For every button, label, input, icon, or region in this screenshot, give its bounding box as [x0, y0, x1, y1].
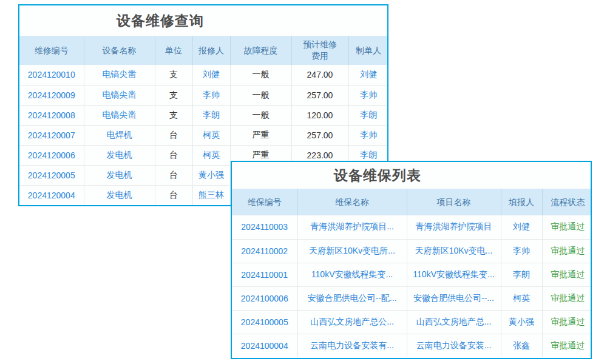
col-header-device: 设备名称 — [84, 36, 155, 65]
table-row: 2024100004 云南电力设备安装有... 云南电力设备安装... 张鑫 审… — [232, 334, 592, 357]
cell-device[interactable]: 电镐尖凿 — [84, 85, 155, 105]
col-header-maint-no: 维保编号 — [232, 189, 297, 215]
status-badge: 审批通过 — [542, 239, 592, 263]
cell-unit: 台 — [155, 125, 192, 145]
col-header-repair-no: 维修编号 — [19, 36, 84, 65]
status-badge: 审批通过 — [542, 286, 592, 310]
cell-maint-name[interactable]: 安徽合肥供电公司--配... — [297, 286, 407, 310]
cell-maint-name[interactable]: 山西弘文房地产总公... — [297, 310, 407, 334]
cell-creator[interactable]: 李帅 — [348, 125, 388, 145]
cell-cost: 257.00 — [291, 85, 348, 105]
col-header-reporter: 报修人 — [192, 36, 230, 65]
cell-device[interactable]: 电镐尖凿 — [84, 65, 155, 85]
cell-maint-name[interactable]: 云南电力设备安装有... — [297, 334, 407, 357]
table-row: 2024120007 电焊机 台 柯英 严重 257.00 李帅 — [19, 125, 388, 145]
cell-cost: 257.00 — [291, 125, 348, 145]
table-row: 2024120008 电镐尖凿 支 李朗 一般 120.00 李朗 — [19, 105, 388, 125]
cell-reporter[interactable]: 柯英 — [192, 125, 230, 145]
cell-filler[interactable]: 黄小强 — [501, 310, 542, 334]
col-header-cost: 预计维修 费用 — [291, 36, 348, 65]
cell-filler[interactable]: 刘健 — [501, 215, 542, 239]
cell-reporter[interactable]: 熊三林 — [192, 185, 230, 205]
table-row: 2024120009 电镐尖凿 支 李帅 一般 257.00 李帅 — [19, 85, 388, 105]
col-header-creator: 制单人 — [348, 36, 388, 65]
cell-device[interactable]: 发电机 — [84, 165, 155, 185]
cell-project-name[interactable]: 青海洪湖养护院项目 — [407, 215, 501, 239]
repair-panel-title: 设备维修查询 — [19, 5, 387, 36]
table-row: 2024100006 安徽合肥供电公司--配... 安徽合肥供电公司--... … — [232, 286, 592, 310]
maintenance-table: 维保编号 维保名称 项目名称 填报人 流程状态 2024110003 青海洪湖养… — [232, 189, 592, 357]
cell-severity: 一般 — [230, 85, 291, 105]
cell-maint-name[interactable]: 青海洪湖养护院项目... — [297, 215, 407, 239]
cell-severity: 一般 — [230, 105, 291, 125]
maintenance-header-row: 维保编号 维保名称 项目名称 填报人 流程状态 — [232, 189, 592, 215]
table-row: 2024110002 天府新区10Kv变电所... 天府新区10Kv变电... … — [232, 239, 592, 263]
cell-filler[interactable]: 李朗 — [501, 263, 542, 286]
cell-project-name[interactable]: 110kV安徽线程集变... — [407, 263, 501, 286]
cell-repair-no[interactable]: 2024120008 — [19, 105, 84, 125]
cell-repair-no[interactable]: 2024120007 — [19, 125, 84, 145]
cell-unit: 台 — [155, 165, 192, 185]
repair-header-row: 维修编号 设备名称 单位 报修人 故障程度 预计维修 费用 制单人 — [19, 36, 388, 65]
cell-repair-no[interactable]: 2024120006 — [19, 145, 84, 165]
cell-unit: 支 — [155, 105, 192, 125]
cell-unit: 台 — [155, 185, 192, 205]
cell-unit: 台 — [155, 145, 192, 165]
cell-cost: 120.00 — [291, 105, 348, 125]
cell-maint-no[interactable]: 2024100005 — [232, 310, 297, 334]
table-row: 2024110003 青海洪湖养护院项目... 青海洪湖养护院项目 刘健 审批通… — [232, 215, 592, 239]
status-badge: 审批通过 — [542, 334, 592, 357]
table-row: 2024100005 山西弘文房地产总公... 山西弘文房地产总... 黄小强 … — [232, 310, 592, 334]
cell-cost: 247.00 — [291, 65, 348, 85]
col-header-project-name: 项目名称 — [407, 189, 501, 215]
cell-severity: 严重 — [230, 125, 291, 145]
cell-device[interactable]: 发电机 — [84, 185, 155, 205]
maintenance-list-panel: 设备维保列表 维保编号 维保名称 项目名称 填报人 流程状态 202411000… — [231, 161, 592, 359]
cell-unit: 支 — [155, 85, 192, 105]
col-header-status: 流程状态 — [542, 189, 592, 215]
cell-severity: 一般 — [230, 65, 291, 85]
cell-filler[interactable]: 张鑫 — [501, 334, 542, 357]
cell-reporter[interactable]: 黄小强 — [192, 165, 230, 185]
cell-maint-no[interactable]: 2024110003 — [232, 215, 297, 239]
cell-filler[interactable]: 柯英 — [501, 286, 542, 310]
cell-creator[interactable]: 刘健 — [348, 65, 388, 85]
cell-project-name[interactable]: 云南电力设备安装... — [407, 334, 501, 357]
cell-project-name[interactable]: 天府新区10Kv变电... — [407, 239, 501, 263]
table-row: 2024110001 110kV安徽线程集变... 110kV安徽线程集变...… — [232, 263, 592, 286]
maintenance-panel-title: 设备维保列表 — [232, 162, 591, 189]
cell-reporter[interactable]: 李帅 — [192, 85, 230, 105]
col-header-filler: 填报人 — [501, 189, 542, 215]
cell-reporter[interactable]: 柯英 — [192, 145, 230, 165]
cell-repair-no[interactable]: 2024120005 — [19, 165, 84, 185]
status-badge: 审批通过 — [542, 263, 592, 286]
cell-filler[interactable]: 李帅 — [501, 239, 542, 263]
cell-device[interactable]: 电镐尖凿 — [84, 105, 155, 125]
cell-repair-no[interactable]: 2024120010 — [19, 65, 84, 85]
cell-device[interactable]: 电焊机 — [84, 125, 155, 145]
col-header-maint-name: 维保名称 — [297, 189, 407, 215]
cell-project-name[interactable]: 山西弘文房地产总... — [407, 310, 501, 334]
cell-reporter[interactable]: 刘健 — [192, 65, 230, 85]
cell-maint-no[interactable]: 2024100004 — [232, 334, 297, 357]
cell-maint-name[interactable]: 110kV安徽线程集变... — [297, 263, 407, 286]
cell-maint-name[interactable]: 天府新区10Kv变电所... — [297, 239, 407, 263]
cell-creator[interactable]: 李朗 — [348, 105, 388, 125]
cell-device[interactable]: 发电机 — [84, 145, 155, 165]
col-header-unit: 单位 — [155, 36, 192, 65]
col-header-severity: 故障程度 — [230, 36, 291, 65]
cell-maint-no[interactable]: 2024100006 — [232, 286, 297, 310]
cell-creator[interactable]: 李帅 — [348, 85, 388, 105]
cell-repair-no[interactable]: 2024120009 — [19, 85, 84, 105]
status-badge: 审批通过 — [542, 215, 592, 239]
cell-project-name[interactable]: 安徽合肥供电公司--... — [407, 286, 501, 310]
cell-maint-no[interactable]: 2024110001 — [232, 263, 297, 286]
status-badge: 审批通过 — [542, 310, 592, 334]
cell-maint-no[interactable]: 2024110002 — [232, 239, 297, 263]
cell-reporter[interactable]: 李朗 — [192, 105, 230, 125]
table-row: 2024120010 电镐尖凿 支 刘健 一般 247.00 刘健 — [19, 65, 388, 85]
cell-unit: 支 — [155, 65, 192, 85]
cell-repair-no[interactable]: 2024120004 — [19, 185, 84, 205]
